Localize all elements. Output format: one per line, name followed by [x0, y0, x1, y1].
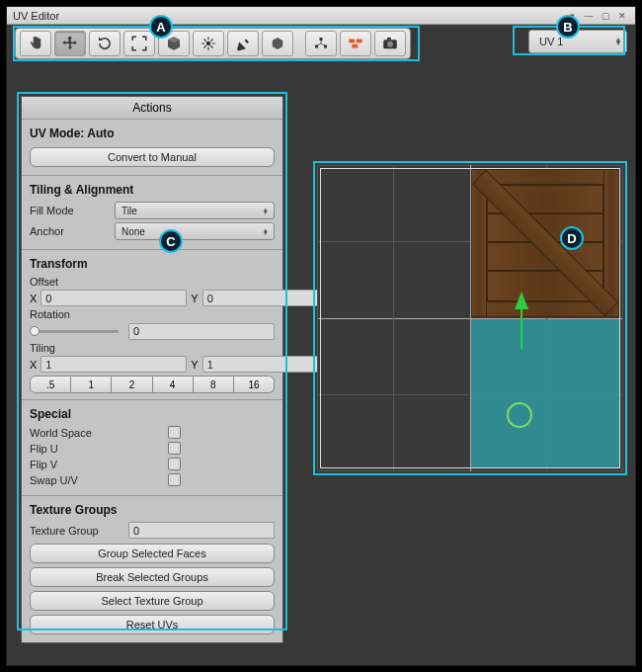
swap-uv-label: Swap U/V: [30, 474, 168, 486]
actions-panel: Actions UV Mode: Auto Convert to Manual …: [21, 96, 283, 643]
texture-group-label: Texture Group: [30, 525, 128, 537]
badge-a: A: [149, 15, 173, 39]
offset-label: Offset: [30, 276, 275, 288]
dropdown-arrows-icon: ▴▾: [616, 38, 620, 45]
offset-x-field[interactable]: [40, 290, 187, 306]
panel-title: Actions: [22, 97, 282, 120]
gizmo-line: [521, 309, 522, 349]
rotation-field[interactable]: [128, 323, 275, 340]
reset-uvs-button[interactable]: Reset UVs: [30, 615, 275, 634]
brick-tool-button[interactable]: [340, 31, 371, 56]
uv-channel-value: UV 1: [539, 36, 563, 47]
offset-x-label: X: [30, 293, 37, 304]
fill-mode-select[interactable]: Tile ▴▾: [115, 202, 275, 219]
close-icon[interactable]: ✕: [615, 10, 629, 22]
tiling-preset-buttons: .5 1 2 4 8 16: [30, 376, 275, 393]
maximize-icon[interactable]: ▢: [599, 10, 612, 22]
rotation-label: Rotation: [30, 308, 275, 320]
tiling-preset-5[interactable]: 16: [234, 376, 275, 393]
tiling-x-field[interactable]: [40, 356, 187, 373]
fill-mode-value: Tile: [121, 206, 137, 216]
world-space-label: World Space: [30, 427, 168, 439]
selected-face: [471, 319, 619, 467]
special-header: Special: [30, 407, 275, 421]
rotation-slider[interactable]: [30, 324, 122, 338]
uv-viewport[interactable]: [317, 165, 623, 471]
flip-v-label: Flip V: [30, 459, 168, 470]
toolbar: [15, 28, 411, 59]
gizmo-circle-icon[interactable]: [507, 402, 532, 428]
uv-mode-label: UV Mode: Auto: [30, 126, 275, 140]
move-tool-button[interactable]: [54, 31, 86, 56]
scatter-tool-button[interactable]: [305, 31, 337, 56]
texture-groups-header: Texture Groups: [30, 503, 275, 517]
svg-rect-9: [387, 38, 391, 40]
break-selected-groups-button[interactable]: Break Selected Groups: [30, 567, 275, 587]
world-space-checkbox[interactable]: [168, 426, 181, 439]
pen-tool-button[interactable]: [227, 31, 259, 56]
minimize-icon[interactable]: —: [582, 10, 596, 22]
tiling-label: Tiling: [30, 342, 275, 354]
title-bar: UV Editor ▾ — ▢ ✕: [7, 7, 635, 25]
tiling-alignment-header: Tiling & Alignment: [30, 183, 275, 197]
texture-group-field[interactable]: [128, 522, 275, 539]
anchor-select[interactable]: None ▴▾: [115, 222, 275, 240]
tiling-y-label: Y: [191, 359, 198, 371]
swap-uv-checkbox[interactable]: [168, 473, 181, 486]
svg-rect-1: [320, 38, 323, 41]
select-arrows-icon: ▴▾: [264, 228, 268, 234]
badge-d: D: [560, 226, 584, 250]
transform-header: Transform: [30, 257, 275, 271]
tiling-x-label: X: [30, 359, 37, 371]
badge-b: B: [556, 15, 580, 39]
offset-y-label: Y: [191, 293, 198, 304]
anchor-label: Anchor: [30, 225, 115, 237]
flip-u-label: Flip U: [30, 443, 168, 455]
flip-u-checkbox[interactable]: [168, 442, 181, 455]
svg-point-0: [206, 42, 211, 46]
pivot-tool-button[interactable]: [193, 31, 224, 56]
fit-tool-button[interactable]: [123, 31, 155, 56]
svg-point-8: [387, 42, 393, 47]
convert-to-manual-button[interactable]: Convert to Manual: [30, 147, 275, 167]
flip-v-checkbox[interactable]: [168, 458, 181, 470]
rotate-tool-button[interactable]: [89, 31, 120, 56]
tiling-preset-4[interactable]: 8: [194, 376, 234, 393]
crate-texture: [471, 169, 619, 317]
face-tool-button[interactable]: [262, 31, 293, 56]
svg-rect-6: [352, 44, 358, 48]
tiling-preset-1[interactable]: 1: [71, 376, 112, 393]
hand-tool-button[interactable]: [20, 31, 51, 56]
badge-c: C: [159, 229, 183, 253]
tiling-preset-0[interactable]: .5: [30, 376, 71, 393]
select-texture-group-button[interactable]: Select Texture Group: [30, 591, 275, 611]
tiling-preset-2[interactable]: 2: [112, 376, 152, 393]
anchor-value: None: [121, 226, 145, 237]
gizmo-arrow-icon[interactable]: [515, 292, 528, 309]
svg-rect-5: [357, 40, 362, 43]
fill-mode-label: Fill Mode: [30, 205, 115, 216]
tiling-preset-3[interactable]: 4: [153, 376, 194, 393]
camera-tool-button[interactable]: [374, 31, 406, 56]
svg-rect-4: [349, 40, 355, 43]
select-arrows-icon: ▴▾: [264, 208, 268, 213]
window-title: UV Editor: [13, 10, 59, 22]
group-selected-faces-button[interactable]: Group Selected Faces: [30, 544, 275, 563]
